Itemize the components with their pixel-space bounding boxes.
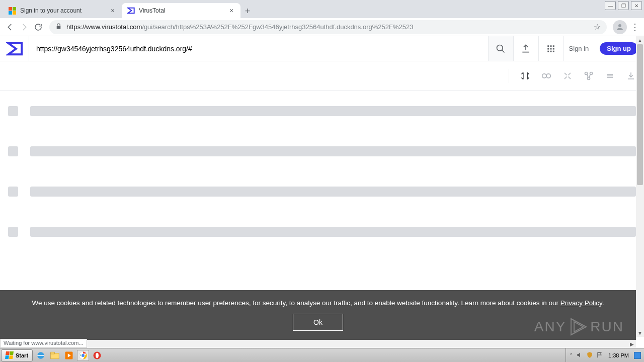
anyrun-text-b: RUN (590, 319, 624, 335)
tool-graph-icon[interactable] (583, 70, 595, 82)
cookie-text-after: . (602, 299, 604, 307)
tool-relations-icon[interactable] (540, 70, 552, 82)
tray-flag-icon[interactable] (596, 351, 603, 359)
skeleton-content (0, 91, 644, 237)
cookie-banner: We use cookies and related technologies … (0, 290, 636, 340)
tray-expand-icon[interactable]: ⌃ (569, 352, 573, 358)
browser-toolbar: https://www.virustotal.com/gui/search/ht… (0, 18, 644, 36)
cookie-ok-button[interactable]: Ok (293, 314, 343, 331)
svg-rect-3 (550, 45, 552, 47)
browser-status-text: Waiting for www.virustotal.com... (0, 339, 87, 348)
svg-point-11 (542, 74, 546, 78)
svg-point-26 (96, 352, 99, 358)
url-path: /gui/search/https%253A%252F%252Fgw34546y… (142, 23, 413, 31)
vt-signup-button[interactable]: Sign up (600, 42, 638, 55)
tray-clock[interactable]: 1:38 PM (606, 352, 631, 358)
start-label: Start (16, 352, 28, 358)
window-maximize-icon[interactable]: ❐ (618, 1, 629, 10)
profile-avatar-icon[interactable] (613, 20, 627, 34)
anyrun-text-a: ANY (534, 319, 567, 335)
vt-favicon-icon (127, 7, 135, 15)
svg-rect-6 (550, 48, 552, 49)
taskbar-explorer-icon[interactable] (49, 350, 61, 361)
svg-point-1 (497, 45, 503, 51)
svg-rect-8 (547, 50, 549, 52)
tab-close-icon[interactable]: × (227, 7, 235, 15)
vt-search-field[interactable] (29, 36, 488, 61)
skeleton-row (8, 106, 636, 116)
cookie-text: We use cookies and related technologies … (32, 299, 560, 307)
tray-show-desktop[interactable] (634, 352, 641, 359)
scroll-down-icon[interactable]: ▼ (636, 329, 644, 337)
tray-shield-icon[interactable] (586, 351, 593, 359)
start-button[interactable]: Start (1, 349, 33, 361)
play-icon (568, 317, 588, 337)
hscroll-track[interactable] (0, 340, 628, 348)
nav-forward-button[interactable] (17, 20, 31, 34)
svg-point-0 (618, 24, 621, 27)
tray-volume-icon[interactable] (576, 351, 583, 359)
nav-back-button[interactable] (3, 20, 17, 34)
browser-tab-inactive[interactable]: Sign in to your account × (3, 3, 122, 18)
svg-rect-5 (547, 48, 549, 49)
bookmark-star-icon[interactable]: ☆ (594, 22, 601, 32)
svg-point-24 (82, 354, 85, 357)
url-host: https://www.virustotal.com (66, 23, 142, 31)
tool-expand-icon[interactable] (561, 70, 574, 82)
tool-download-icon[interactable] (625, 70, 637, 82)
new-tab-button[interactable]: + (240, 4, 255, 18)
scroll-right-icon[interactable]: ▶ (628, 340, 636, 348)
svg-point-12 (546, 74, 550, 78)
vt-logo-icon[interactable] (0, 36, 29, 61)
vertical-scrollbar[interactable]: ▲ ▼ (636, 36, 644, 337)
window-minimize-icon[interactable]: — (605, 1, 616, 10)
tool-divider (509, 69, 509, 83)
ms-favicon-icon (8, 7, 16, 15)
vt-search-button[interactable] (488, 36, 513, 61)
taskbar-opera-icon[interactable] (91, 350, 103, 361)
windows-taskbar: Start ⌃ 1:38 PM (0, 348, 644, 362)
taskbar-media-icon[interactable] (63, 350, 75, 361)
browser-tab-active[interactable]: VirusTotal × (122, 3, 240, 18)
nav-reload-button[interactable] (31, 20, 45, 34)
scroll-thumb[interactable] (637, 44, 643, 185)
skeleton-row (8, 187, 636, 197)
vt-signin-link[interactable]: Sign in (564, 36, 594, 61)
svg-rect-7 (553, 48, 554, 49)
tab-title: VirusTotal (139, 7, 227, 14)
svg-rect-20 (51, 352, 55, 354)
skeleton-row (8, 227, 636, 237)
svg-rect-2 (547, 45, 549, 47)
browser-menu-icon[interactable]: ⋮ (629, 22, 641, 33)
vt-upload-button[interactable] (513, 36, 538, 61)
tool-settings-icon[interactable] (604, 70, 616, 82)
svg-rect-9 (550, 50, 552, 52)
svg-rect-10 (553, 50, 554, 52)
vt-apps-button[interactable] (538, 36, 564, 61)
taskbar-ie-icon[interactable] (35, 350, 47, 361)
system-tray: ⌃ 1:38 PM (566, 348, 644, 362)
windows-logo-icon (6, 351, 14, 359)
tool-summary-icon[interactable] (519, 70, 531, 82)
address-bar[interactable]: https://www.virustotal.com/gui/search/ht… (49, 20, 607, 34)
tab-title: Sign in to your account (20, 7, 109, 14)
skeleton-row (8, 146, 636, 156)
vt-search-input[interactable] (36, 45, 481, 53)
privacy-policy-link[interactable]: Privacy Policy (560, 299, 602, 307)
vt-header: Sign in Sign up (0, 36, 644, 61)
tab-close-icon[interactable]: × (109, 7, 117, 15)
window-close-icon[interactable]: ✕ (631, 1, 642, 10)
scroll-up-icon[interactable]: ▲ (636, 36, 644, 44)
anyrun-watermark: ANY RUN (534, 317, 624, 337)
lock-icon (55, 23, 62, 31)
browser-tabstrip: Sign in to your account × VirusTotal × +… (0, 0, 644, 18)
taskbar-chrome-icon[interactable] (77, 350, 89, 361)
svg-rect-4 (553, 45, 554, 47)
horizontal-scrollbar[interactable]: ▶ (0, 340, 636, 348)
vt-toolrow (0, 61, 644, 90)
